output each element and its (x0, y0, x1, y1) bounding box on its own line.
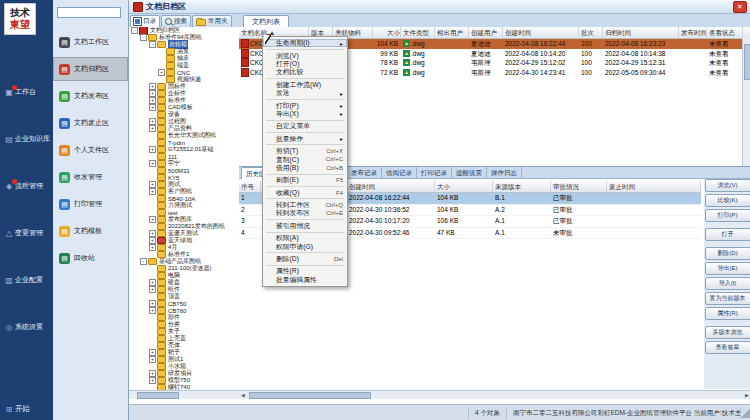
module-item[interactable]: ▤回收站 (53, 246, 128, 270)
start-button[interactable]: ⊞ 开始 (0, 402, 53, 416)
module-item[interactable]: ▤文档模板 (53, 219, 128, 243)
tree-node[interactable]: +长光华大测试图纸 (129, 132, 239, 139)
tree-node[interactable]: +顶盖 (129, 293, 239, 300)
action-button[interactable]: 导入(I) (705, 277, 750, 290)
tree-node[interactable]: +CB750 (129, 300, 239, 307)
scrollbar-thumb[interactable] (137, 392, 179, 399)
tree-expander[interactable]: + (149, 146, 156, 153)
tree-expander[interactable]: + (149, 244, 156, 251)
column-header[interactable]: 创建时间 (347, 181, 435, 192)
detail-tab[interactable]: 发布记录 (347, 167, 382, 178)
sidebar-item[interactable]: ▣工作台 (0, 82, 53, 102)
tree-node[interactable]: +211-100(变速器) (129, 265, 239, 272)
menu-item[interactable]: 批量编辑属性 (263, 276, 347, 284)
column-header[interactable]: 检出用户 (435, 27, 469, 38)
tree-expander[interactable]: + (149, 279, 156, 286)
tree-expander[interactable]: + (149, 237, 156, 244)
tree-expander[interactable]: - (149, 41, 156, 48)
menu-item[interactable]: 权限申请(G) (263, 242, 347, 250)
sidebar-item[interactable]: ▥企业配置 (0, 270, 53, 290)
menu-item[interactable]: 删除(D)Del (263, 255, 347, 263)
tree-node[interactable]: +GT25512.01基础 (129, 146, 239, 153)
tree-expander[interactable]: + (149, 349, 156, 356)
detail-tab[interactable]: 操作日志 (487, 167, 522, 178)
sidebar-item[interactable]: ◈流程管理 (0, 176, 53, 196)
module-item[interactable]: ▤文档废止区 (53, 111, 128, 135)
action-button[interactable]: 删除(D) (705, 247, 750, 260)
column-header[interactable]: 大小 (435, 181, 493, 192)
bottom-horizontal-scrollbar[interactable]: ◀ ▶ (239, 390, 750, 399)
table-vertical-scrollbar[interactable] (742, 38, 750, 167)
resize-grip[interactable] (741, 407, 750, 418)
sidebar-item[interactable]: ◎系统设置 (0, 317, 53, 337)
tree-node[interactable]: +靶子 (129, 349, 239, 356)
column-header[interactable]: 创建用户 (469, 27, 503, 38)
tree-expander[interactable]: + (149, 90, 156, 97)
tree-expander[interactable]: + (149, 104, 156, 111)
tree-horizontal-scrollbar[interactable] (129, 390, 239, 399)
tree-expander[interactable]: + (149, 181, 156, 188)
tree-expander[interactable]: + (149, 97, 156, 104)
detail-tab[interactable]: 借阅记录 (382, 167, 417, 178)
column-header[interactable]: 序号 (239, 181, 261, 192)
menu-item[interactable]: 转到发布区Ctrl+E (263, 209, 347, 217)
tree-node[interactable]: +CAD模板 (129, 104, 239, 111)
tree-expander[interactable]: + (149, 300, 156, 307)
tree-expander[interactable]: + (149, 83, 156, 90)
tree-node[interactable]: +CB760 (129, 307, 239, 314)
scrollbar-thumb[interactable] (249, 392, 371, 399)
tree-expander[interactable]: - (140, 34, 147, 41)
tree-expander[interactable]: + (149, 286, 156, 293)
menu-item[interactable]: 刷新(E)F5 (263, 176, 347, 184)
detail-tab[interactable]: 提醒设置 (452, 167, 487, 178)
menu-item[interactable]: 自定义菜单 (263, 122, 347, 130)
tree-expander[interactable]: + (149, 307, 156, 314)
module-item[interactable]: ▤个人文件区 (53, 138, 128, 162)
tree-node[interactable]: +力博测试 (129, 202, 239, 209)
column-header[interactable]: 归档时间 (603, 27, 679, 38)
tree-node[interactable]: +KY5 (129, 174, 239, 181)
menu-item[interactable]: 导出(X)▸ (263, 110, 347, 118)
tree-expander[interactable]: + (149, 370, 156, 377)
scroll-left-icon[interactable]: ◀ (239, 391, 247, 399)
tree-node[interactable]: +端盖 (129, 62, 239, 69)
sidebar-item[interactable]: △变更管理 (0, 223, 53, 243)
module-search-input[interactable] (57, 7, 121, 18)
scroll-right-icon[interactable]: ▶ (743, 391, 750, 399)
column-header[interactable]: 批次 (579, 27, 603, 38)
tree-node[interactable]: +111 (129, 153, 239, 160)
menu-item[interactable]: 收藏(Q)F4 (263, 188, 347, 196)
column-header[interactable]: 查看状态 (707, 27, 743, 38)
column-header[interactable]: 创建时间 (503, 27, 579, 38)
module-item[interactable]: ▤收发管理 (53, 165, 128, 189)
tree-expander[interactable]: - (131, 27, 138, 34)
action-button[interactable]: 导出(E) (705, 262, 750, 275)
column-header[interactable]: 审批情况 (551, 181, 607, 192)
tree-expander[interactable]: + (149, 188, 156, 195)
tree-node[interactable]: +宇宁 (129, 160, 239, 167)
tree-node[interactable]: +客户图纸 (129, 188, 239, 195)
tree-expander[interactable]: + (149, 230, 156, 237)
tree-node[interactable]: +壳体 (129, 342, 239, 349)
action-button[interactable]: 置为当前版本 (705, 292, 750, 305)
tree-node[interactable]: +500M31 (129, 167, 239, 174)
tree-node[interactable]: +上壳盖 (129, 335, 239, 342)
tree-expander[interactable]: + (149, 160, 156, 167)
column-header[interactable]: 发布时间 (679, 27, 707, 38)
scrollbar-thumb[interactable] (744, 44, 750, 80)
tree-expander[interactable]: + (149, 125, 156, 132)
sidebar-item[interactable]: ▤企业知识库 (0, 129, 53, 149)
tree-expander[interactable]: - (140, 258, 147, 265)
tree-expander[interactable]: + (149, 377, 156, 384)
tree-node[interactable]: +部件 (129, 314, 239, 321)
column-header[interactable]: 大小 (373, 27, 401, 38)
action-button[interactable]: 浏览(V) (705, 179, 750, 192)
action-button[interactable]: 多版本浏览 (705, 326, 750, 339)
module-item[interactable]: ▤文档工作区 (53, 30, 128, 54)
tree-node[interactable]: +组件 (129, 286, 239, 293)
menu-item[interactable]: 发送▸ (263, 89, 347, 97)
menu-item[interactable]: 被引用情况 (263, 222, 347, 230)
module-item[interactable]: ▤文档归档区 (53, 57, 128, 81)
menu-item[interactable]: 借用(B)Ctrl+B (263, 164, 347, 172)
tree-node[interactable]: +电脑 (129, 272, 239, 279)
